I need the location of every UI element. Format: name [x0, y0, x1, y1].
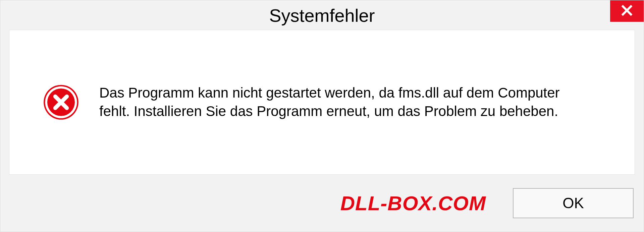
- dialog-footer: DLL-BOX.COM OK: [0, 175, 644, 232]
- ok-button[interactable]: OK: [513, 188, 634, 218]
- error-message: Das Programm kann nicht gestartet werden…: [99, 84, 586, 120]
- dialog-title: Systemfehler: [269, 5, 375, 26]
- error-dialog: Systemfehler Das Programm kann nicht ges…: [0, 0, 644, 232]
- error-icon: [43, 84, 79, 120]
- close-icon: [621, 4, 633, 18]
- content-panel: Das Programm kann nicht gestartet werden…: [9, 30, 635, 175]
- watermark-text: DLL-BOX.COM: [340, 192, 486, 215]
- titlebar: Systemfehler: [0, 0, 644, 30]
- ok-button-label: OK: [562, 195, 584, 212]
- close-button[interactable]: [610, 0, 644, 22]
